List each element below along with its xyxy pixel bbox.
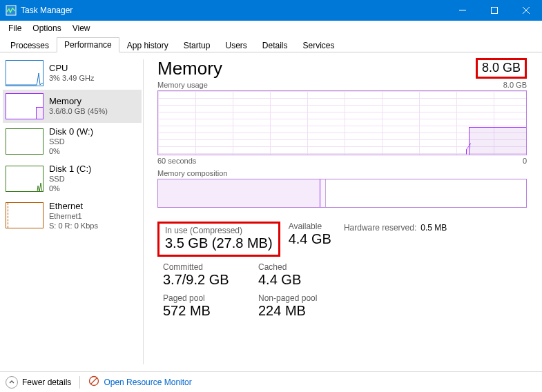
disk-thumbnail-chart — [6, 128, 43, 155]
sidebar-item-sub: SSD — [49, 175, 91, 184]
sidebar-item-label: Ethernet — [49, 201, 98, 212]
sidebar-item-label: Disk 0 (W:) — [49, 126, 93, 137]
hw-reserved-label: Hardware reserved: — [344, 223, 416, 233]
perf-sidebar: CPU 3% 3.49 GHz Memory 3.6/8.0 GB (45%) … — [0, 52, 142, 371]
footer-separator — [79, 376, 80, 389]
content-area: CPU 3% 3.49 GHz Memory 3.6/8.0 GB (45%) … — [0, 52, 542, 371]
usage-chart-label: Memory usage — [157, 81, 208, 89]
sidebar-item-sub2: S: 0 R: 0 Kbps — [49, 222, 98, 231]
window-controls — [447, 0, 542, 21]
open-resource-monitor-link[interactable]: Open Resource Monitor — [88, 375, 191, 389]
tab-details[interactable]: Details — [255, 38, 296, 52]
paged-pool-value: 572 MB — [163, 303, 246, 319]
tab-strip: Processes Performance App history Startu… — [0, 36, 542, 52]
tab-performance[interactable]: Performance — [57, 37, 119, 52]
sidebar-item-sub: SSD — [49, 137, 93, 147]
svg-line-7 — [91, 378, 97, 384]
committed-value: 3.7/9.2 GB — [163, 272, 246, 288]
fewer-details-label: Fewer details — [22, 378, 71, 387]
total-memory-value: 8.0 GB — [476, 58, 527, 79]
tab-processes[interactable]: Processes — [3, 38, 57, 52]
window-title: Task Manager — [21, 6, 72, 15]
sidebar-item-disk1[interactable]: Disk 1 (C:) SSD 0% — [3, 160, 142, 197]
chevron-up-icon — [6, 376, 18, 389]
sidebar-item-label: Memory — [49, 96, 108, 107]
sidebar-item-sub: 3% 3.49 GHz — [49, 74, 94, 84]
usage-chart-scale: 8.0 GB — [503, 81, 527, 89]
cached-value: 4.4 GB — [258, 272, 301, 288]
in-use-value: 3.5 GB (27.8 MB) — [165, 235, 273, 251]
tab-users[interactable]: Users — [217, 38, 254, 52]
menu-options[interactable]: Options — [27, 22, 66, 35]
page-title: Memory — [157, 58, 222, 79]
in-use-label: In use (Compressed) — [165, 226, 273, 235]
sidebar-item-sub: 3.6/8.0 GB (45%) — [49, 107, 108, 117]
cpu-thumbnail-chart — [6, 60, 43, 86]
menu-view[interactable]: View — [67, 22, 96, 35]
nonpaged-pool-label: Non-paged pool — [258, 293, 317, 303]
available-value: 4.4 GB — [289, 231, 331, 247]
disk-thumbnail-chart — [6, 166, 43, 192]
memory-thumbnail-chart — [6, 93, 43, 119]
memory-usage-chart — [157, 90, 527, 155]
composition-chart-label: Memory composition — [157, 169, 227, 177]
resource-monitor-icon — [88, 375, 99, 389]
open-resource-monitor-label: Open Resource Monitor — [104, 378, 191, 387]
sidebar-divider — [143, 59, 144, 364]
tab-startup[interactable]: Startup — [176, 38, 218, 52]
maximize-button[interactable] — [478, 0, 510, 21]
sidebar-item-ethernet[interactable]: Ethernet Ethernet1 S: 0 R: 0 Kbps — [3, 197, 142, 235]
fewer-details-button[interactable]: Fewer details — [6, 376, 71, 389]
ethernet-thumbnail-chart — [6, 202, 43, 228]
memory-composition-chart — [157, 179, 527, 208]
sidebar-item-sub: Ethernet1 — [49, 212, 98, 222]
sidebar-item-label: CPU — [49, 63, 94, 74]
sidebar-item-sub2: 0% — [49, 184, 91, 194]
app-icon — [6, 5, 17, 16]
minimize-button[interactable] — [447, 0, 478, 21]
tab-services[interactable]: Services — [296, 38, 342, 52]
sidebar-item-cpu[interactable]: CPU 3% 3.49 GHz — [3, 57, 142, 90]
in-use-stat: In use (Compressed) 3.5 GB (27.8 MB) — [157, 222, 280, 257]
menu-file[interactable]: File — [3, 22, 27, 35]
close-button[interactable] — [510, 0, 542, 21]
hw-reserved-value: 0.5 MB — [420, 223, 447, 233]
sidebar-item-memory[interactable]: Memory 3.6/8.0 GB (45%) — [3, 90, 142, 123]
cached-label: Cached — [258, 262, 301, 272]
window-titlebar: Task Manager — [0, 0, 542, 21]
sidebar-item-disk0[interactable]: Disk 0 (W:) SSD 0% — [3, 123, 142, 160]
memory-stats: In use (Compressed) 3.5 GB (27.8 MB) Ava… — [157, 222, 527, 319]
tab-app-history[interactable]: App history — [119, 38, 176, 52]
axis-left-label: 60 seconds — [157, 157, 196, 165]
nonpaged-pool-value: 224 MB — [258, 303, 317, 319]
committed-label: Committed — [163, 262, 246, 272]
footer-bar: Fewer details Open Resource Monitor — [0, 371, 542, 392]
paged-pool-label: Paged pool — [163, 293, 246, 303]
menu-bar: File Options View — [0, 21, 542, 36]
sidebar-item-label: Disk 1 (C:) — [49, 164, 91, 175]
available-label: Available — [289, 222, 331, 231]
axis-right-label: 0 — [523, 157, 527, 165]
sidebar-item-sub2: 0% — [49, 147, 93, 157]
svg-rect-3 — [492, 8, 498, 14]
main-panel: Memory 8.0 GB Memory usage 8.0 GB 60 sec… — [145, 52, 542, 371]
